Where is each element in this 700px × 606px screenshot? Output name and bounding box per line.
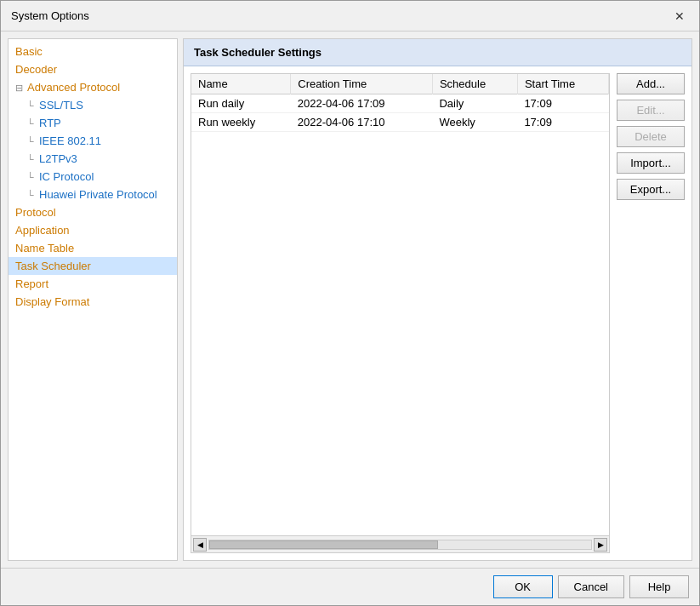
sidebar-item-label: IEEE 802.11 [39,134,101,147]
system-options-dialog: System Options ✕ BasicDecoder⊟ Advanced … [0,0,700,606]
add-button[interactable]: Add... [617,73,685,94]
sidebar-item-label: L2TPv3 [39,152,77,165]
edit-button: Edit... [617,100,685,121]
cell-creation-time: 2022-04-06 17:09 [291,94,433,113]
scroll-thumb[interactable] [209,540,438,549]
col-header-creation-time: Creation Time [291,74,433,94]
cell-schedule: Daily [432,94,517,113]
dialog-footer: OK Cancel Help [1,568,699,605]
sidebar-item-label: Huawei Private Protocol [39,188,157,201]
title-bar: System Options ✕ [1,1,699,31]
cell-start-time: 17:09 [517,94,608,113]
table-header: NameCreation TimeScheduleStart Time [191,74,609,94]
header-row: NameCreation TimeScheduleStart Time [191,74,609,94]
cell-name: Run daily [191,94,291,113]
action-buttons-panel: Add...Edit...DeleteImport...Export... [617,73,685,553]
sidebar-item-display-format[interactable]: Display Format [9,293,177,311]
col-header-schedule: Schedule [432,74,517,94]
horizontal-scrollbar[interactable]: ◀ ▶ [191,535,609,552]
sidebar-item-label: Name Table [15,242,74,254]
scroll-right-arrow[interactable]: ▶ [594,538,607,552]
sidebar-item-ssl-tls[interactable]: └ SSL/TLS [9,96,177,114]
sidebar-item-basic[interactable]: Basic [9,43,177,60]
dialog-body: BasicDecoder⊟ Advanced Protocol└ SSL/TLS… [1,31,699,568]
sidebar-item-label: Advanced Protocol [27,81,120,94]
cell-name: Run weekly [191,113,291,132]
col-header-start-time: Start Time [517,74,608,94]
dialog-title: System Options [11,9,89,22]
col-header-name: Name [191,74,291,94]
sidebar-item-l2tpv3[interactable]: └ L2TPv3 [9,150,177,168]
cell-schedule: Weekly [432,113,517,132]
sidebar-item-protocol[interactable]: Protocol [9,203,177,221]
panel-content: NameCreation TimeScheduleStart Time Run … [184,66,691,560]
sidebar-item-ieee-802.11[interactable]: └ IEEE 802.11 [9,132,177,150]
panel-title: Task Scheduler Settings [184,39,691,66]
sidebar-item-label: Display Format [15,295,89,308]
help-button[interactable]: Help [629,575,689,598]
delete-button: Delete [617,126,685,147]
sidebar-item-ic-protocol[interactable]: └ IC Protocol [9,168,177,186]
table-row[interactable]: Run daily2022-04-06 17:09Daily17:09 [191,94,609,113]
sidebar: BasicDecoder⊟ Advanced Protocol└ SSL/TLS… [8,38,178,561]
ok-button[interactable]: OK [493,575,553,598]
cancel-button[interactable]: Cancel [558,575,624,598]
sidebar-item-rtp[interactable]: └ RTP [9,114,177,132]
export-button[interactable]: Export... [617,179,685,200]
main-panel: Task Scheduler Settings NameCreation Tim… [183,38,692,561]
sidebar-item-application[interactable]: Application [9,221,177,239]
sidebar-item-name-table[interactable]: Name Table [9,239,177,257]
sidebar-item-decoder[interactable]: Decoder [9,60,177,78]
cell-start-time: 17:09 [517,113,608,132]
sidebar-item-label: Task Scheduler [15,260,91,272]
sidebar-item-label: Report [15,277,48,290]
sidebar-item-label: Protocol [15,206,56,219]
sidebar-item-task-scheduler[interactable]: Task Scheduler [9,257,177,275]
scroll-left-arrow[interactable]: ◀ [193,538,207,552]
table-scroll: NameCreation TimeScheduleStart Time Run … [191,74,609,535]
cell-creation-time: 2022-04-06 17:10 [291,113,433,132]
table-body: Run daily2022-04-06 17:09Daily17:09Run w… [191,94,609,132]
close-button[interactable]: ✕ [670,7,689,26]
sidebar-item-label: RTP [39,117,61,129]
sidebar-item-advanced-protocol[interactable]: ⊟ Advanced Protocol [9,78,177,96]
sidebar-item-huawei-private-protocol[interactable]: └ Huawei Private Protocol [9,186,177,203]
table-area: NameCreation TimeScheduleStart Time Run … [191,73,610,553]
sidebar-item-label: IC Protocol [39,170,94,183]
scroll-track[interactable] [208,540,592,550]
sidebar-item-report[interactable]: Report [9,275,177,293]
import-button[interactable]: Import... [617,152,685,174]
sidebar-item-label: Basic [15,45,43,58]
sidebar-item-label: SSL/TLS [39,99,83,111]
sidebar-item-label: Decoder [15,63,57,76]
table-row[interactable]: Run weekly2022-04-06 17:10Weekly17:09 [191,113,609,132]
scheduler-table: NameCreation TimeScheduleStart Time Run … [191,74,609,132]
sidebar-item-label: Application [15,224,70,237]
